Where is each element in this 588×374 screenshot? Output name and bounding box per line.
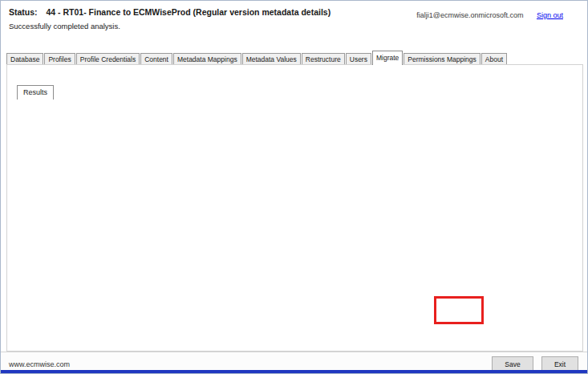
tab-metadata-mappings[interactable]: Metadata Mappings [173,53,241,65]
tab-database[interactable]: Database [6,53,43,65]
status-detail: Successfully completed analysis. [9,22,120,30]
tab-results[interactable]: Results [17,85,54,100]
account-area: fialji1@ecmwise.onmicrosoft.com Sign out [416,11,563,19]
main-tab-strip: Database Profiles Profile Credentials Co… [6,51,508,65]
tab-content[interactable]: Content [140,53,172,65]
status-label: Status: [9,7,38,17]
tab-restructure[interactable]: Restructure [302,53,345,65]
tab-profiles[interactable]: Profiles [44,53,75,65]
window-bottom-edge [1,370,588,373]
sign-out-link[interactable]: Sign out [537,11,563,19]
tab-about[interactable]: About [481,53,507,65]
tab-migrate[interactable]: Migrate [372,51,403,65]
tab-profile-credentials[interactable]: Profile Credentials [76,53,140,65]
website-text: www.ecmwise.com [9,360,70,368]
tab-metadata-values[interactable]: Metadata Values [242,53,301,65]
account-email: fialji1@ecmwise.onmicrosoft.com [416,11,523,19]
status-line: Status: 44 - RT01- Finance to ECMWisePro… [9,7,330,17]
status-value: 44 - RT01- Finance to ECMWiseProd (Regul… [47,7,331,17]
tab-users[interactable]: Users [346,53,371,65]
migrate-tab-page [6,64,583,352]
app-window: { "header": { "status_label": "Status:",… [0,0,588,374]
tab-permissions-mappings[interactable]: Permissions Mappings [403,53,481,65]
